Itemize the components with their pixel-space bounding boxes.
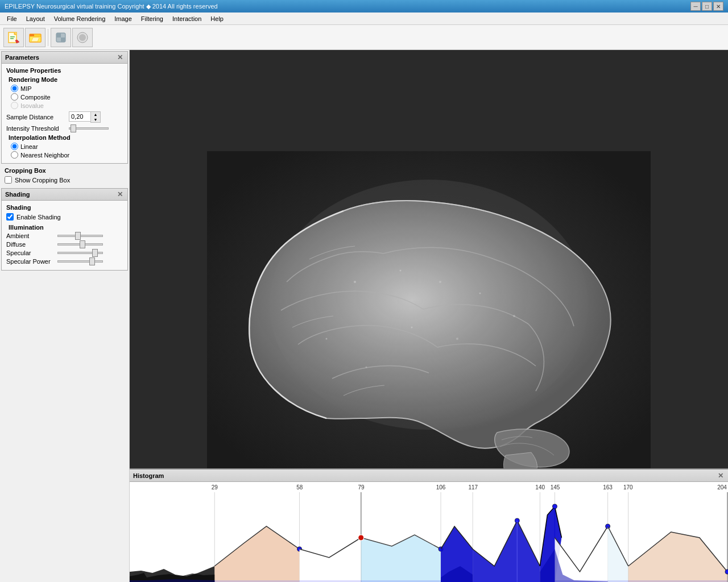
svg-point-21 [411,327,413,329]
menu-file[interactable]: File [2,14,22,23]
specular-row: Specular [6,250,123,256]
open-button[interactable] [25,28,46,47]
linear-radio-item[interactable]: Linear [11,143,123,150]
ambient-row: Ambient [6,232,123,239]
svg-point-52 [552,504,557,509]
histogram-svg[interactable] [130,492,728,582]
nearest-neighbor-radio-item[interactable]: Nearest Neighbor [11,151,123,159]
ambient-thumb[interactable] [75,232,81,240]
intensity-track [69,127,109,130]
main-layout: Parameters ✕ Volume Properties Rendering… [0,50,728,582]
intensity-thumb[interactable] [71,124,76,132]
maximize-button[interactable]: □ [702,2,712,11]
svg-rect-6 [30,34,34,36]
hist-label-163: 163 [603,484,613,490]
diffuse-thumb[interactable] [80,240,85,248]
interpolation-group: Linear Nearest Neighbor [11,143,123,159]
histogram-header: Histogram ✕ [130,469,728,482]
cropping-box-title: Cropping Box [5,167,125,174]
specular-label: Specular [6,250,57,256]
histogram-close-button[interactable]: ✕ [717,472,725,480]
new-button[interactable] [3,28,24,47]
svg-point-24 [366,367,367,368]
shading-panel: Shading ✕ Shading Enable Shading Illumin… [1,188,128,271]
menu-interaction[interactable]: Interaction [168,14,206,23]
show-cropping-box-item[interactable]: Show Cropping Box [5,176,125,184]
histogram-labels: 29 58 79 106 117 140 145 163 170 204 [130,482,728,492]
hist-label-145: 145 [551,484,560,490]
hist-label-106: 106 [436,484,446,490]
intensity-threshold-slider[interactable] [69,127,123,130]
parameters-close-button[interactable]: ✕ [116,53,124,61]
enable-shading-check[interactable] [6,213,14,221]
menu-help[interactable]: Help [206,14,228,23]
svg-rect-11 [61,38,65,42]
mip-radio[interactable] [11,85,18,92]
diffuse-label: Diffuse [6,241,57,248]
nearest-neighbor-radio[interactable] [11,151,18,159]
close-button[interactable]: ✕ [713,2,723,11]
sample-distance-spinners: ▲ ▼ [90,111,101,123]
linear-radio[interactable] [11,143,18,150]
histogram-panel: Histogram ✕ 29 58 79 106 117 140 145 163… [130,468,728,582]
composite-radio[interactable] [11,93,18,101]
specular-power-row: Specular Power [6,258,123,265]
svg-point-23 [326,338,328,340]
mip-radio-item[interactable]: MIP [11,85,123,92]
viewport[interactable]: Histogram ✕ 29 58 79 106 117 140 145 163… [130,50,728,582]
diffuse-row: Diffuse [6,241,123,248]
svg-point-22 [456,338,458,340]
svg-point-20 [513,315,515,317]
ambient-label: Ambient [6,232,57,239]
svg-point-19 [479,293,481,294]
sample-distance-up[interactable]: ▲ [91,112,100,117]
shading-content: Shading Enable Shading Illumination Ambi… [2,201,127,270]
sample-distance-input[interactable]: ▲ ▼ [69,111,101,123]
svg-point-17 [400,270,402,272]
composite-radio-item[interactable]: Composite [11,93,123,101]
specular-track [57,252,103,254]
title-bar-buttons: ─ □ ✕ [690,2,723,11]
shading-close-button[interactable]: ✕ [116,190,124,198]
sample-distance-down[interactable]: ▼ [91,117,100,122]
intensity-threshold-row: Intensity Threshold [6,125,123,132]
histogram-content[interactable]: 29 58 79 106 117 140 145 163 170 204 [130,482,728,582]
hist-label-79: 79 [358,484,365,490]
gray-mode-button[interactable] [51,28,71,47]
composite-label: Composite [20,94,51,101]
svg-rect-3 [10,38,14,39]
cropping-box-section: Cropping Box Show Cropping Box [0,165,129,186]
svg-point-18 [439,281,441,283]
menu-volume-rendering[interactable]: Volume Rendering [49,14,110,23]
svg-point-13 [79,34,86,41]
menu-image[interactable]: Image [110,14,136,23]
enable-shading-item[interactable]: Enable Shading [6,213,123,221]
svg-rect-2 [10,36,15,38]
shading-panel-header: Shading ✕ [2,189,127,201]
isovalue-label: Isovalue [20,102,44,109]
svg-point-62 [358,535,364,541]
sample-distance-field[interactable] [69,111,90,122]
specular-power-thumb[interactable] [89,257,95,265]
white-mode-button[interactable] [72,28,93,47]
specular-power-label: Specular Power [6,258,57,265]
rendering-mode-label: Rendering Mode [9,76,123,83]
toolbar [0,25,728,50]
parameters-content: Volume Properties Rendering Mode MIP Com… [2,64,127,163]
enable-shading-label: Enable Shading [16,214,61,221]
rendering-mode-group: MIP Composite Isovalue [11,85,123,109]
menu-layout[interactable]: Layout [22,14,49,23]
toolbar-divider [48,29,48,46]
hist-label-58: 58 [296,484,303,490]
left-panel: Parameters ✕ Volume Properties Rendering… [0,50,130,582]
show-cropping-box-check[interactable] [5,176,12,184]
svg-point-16 [354,281,356,283]
specular-thumb[interactable] [92,249,98,257]
sample-distance-label: Sample Distance [6,114,69,120]
mip-label: MIP [20,85,32,92]
menu-filtering[interactable]: Filtering [136,14,168,23]
minimize-button[interactable]: ─ [690,2,701,11]
shading-title: Shading [5,191,30,198]
svg-point-57 [725,569,728,574]
shading-section-title: Shading [6,204,123,211]
